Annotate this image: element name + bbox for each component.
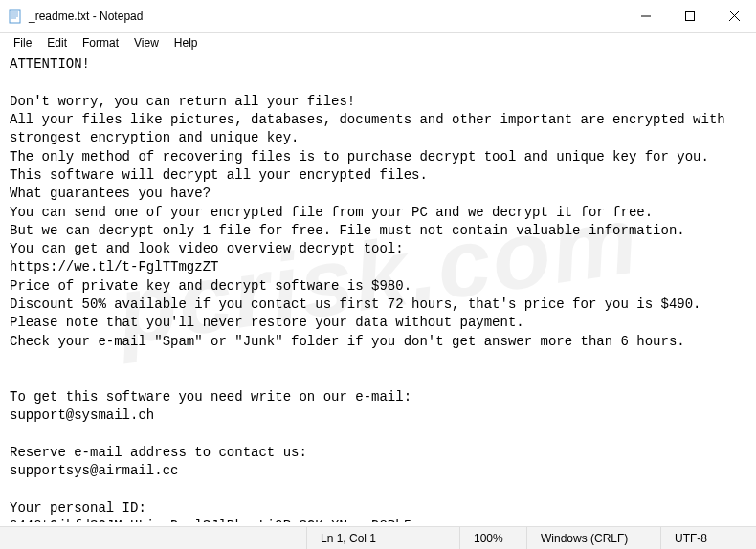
menu-format[interactable]: Format — [75, 34, 126, 52]
status-lineending: Windows (CRLF) — [526, 527, 660, 549]
notepad-icon — [8, 9, 23, 24]
status-position: Ln 1, Col 1 — [306, 527, 459, 549]
window-controls — [624, 0, 756, 32]
titlebar: _readme.txt - Notepad — [0, 0, 756, 33]
window-title: _readme.txt - Notepad — [29, 10, 624, 23]
minimize-button[interactable] — [624, 0, 668, 32]
svg-rect-6 — [686, 11, 695, 20]
menubar: File Edit Format View Help — [0, 33, 756, 54]
text-content[interactable]: ATTENTION! Don't worry, you can return a… — [0, 54, 756, 522]
status-spacer — [0, 527, 306, 549]
close-button[interactable] — [712, 0, 756, 32]
menu-help[interactable]: Help — [167, 34, 206, 52]
statusbar: Ln 1, Col 1 100% Windows (CRLF) UTF-8 — [0, 526, 756, 549]
maximize-button[interactable] — [668, 0, 712, 32]
menu-edit[interactable]: Edit — [39, 34, 75, 52]
menu-file[interactable]: File — [6, 34, 39, 52]
status-encoding: UTF-8 — [660, 527, 756, 549]
menu-view[interactable]: View — [126, 34, 167, 52]
status-zoom: 100% — [459, 527, 526, 549]
